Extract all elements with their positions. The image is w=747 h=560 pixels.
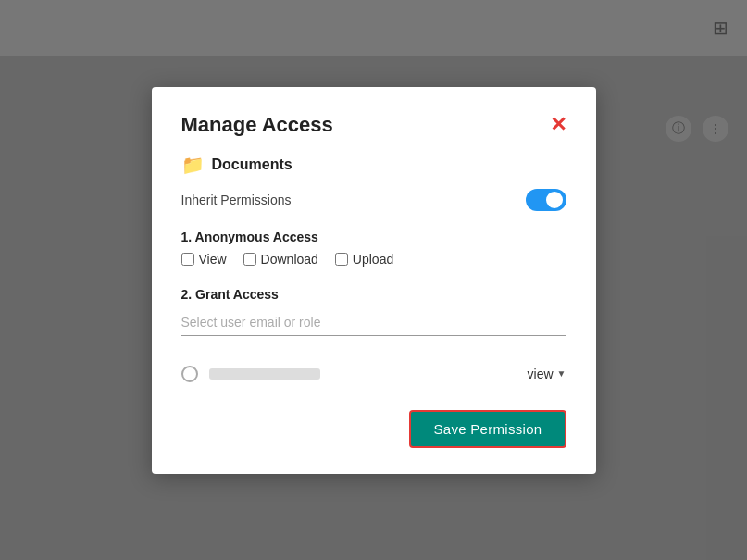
- manage-access-modal: Manage Access ✕ 📁 Documents Inherit Perm…: [152, 87, 596, 474]
- modal-header: Manage Access ✕: [181, 113, 566, 137]
- modal-title: Manage Access: [181, 113, 333, 137]
- folder-name: Documents: [212, 156, 293, 173]
- inherit-permissions-label: Inherit Permissions: [181, 193, 292, 207]
- folder-row: 📁 Documents: [181, 154, 566, 176]
- email-or-role-input[interactable]: [181, 309, 566, 336]
- permission-dropdown[interactable]: view ▼: [528, 367, 566, 381]
- inherit-toggle[interactable]: [526, 189, 566, 211]
- view-label: View: [199, 252, 227, 267]
- download-checkbox-item[interactable]: Download: [243, 252, 318, 267]
- close-button[interactable]: ✕: [550, 115, 566, 135]
- view-checkbox-item[interactable]: View: [181, 252, 227, 267]
- download-checkbox[interactable]: [243, 253, 256, 266]
- upload-checkbox[interactable]: [335, 253, 348, 266]
- modal-overlay: Manage Access ✕ 📁 Documents Inherit Perm…: [0, 0, 747, 560]
- user-name-placeholder: [209, 368, 320, 380]
- user-radio[interactable]: [181, 366, 198, 382]
- download-label: Download: [261, 252, 318, 267]
- view-checkbox[interactable]: [181, 253, 194, 266]
- anonymous-access-section: 1. Anonymous Access View Download Upload: [181, 230, 566, 267]
- chevron-down-icon: ▼: [557, 368, 566, 379]
- permission-value: view: [528, 367, 554, 381]
- grant-access-header: 2. Grant Access: [181, 287, 566, 302]
- upload-label: Upload: [353, 252, 393, 267]
- folder-icon: 📁: [181, 154, 205, 176]
- user-row-left: [181, 366, 320, 382]
- user-row: view ▼: [181, 366, 566, 382]
- save-permission-button[interactable]: Save Permission: [409, 410, 566, 448]
- save-btn-wrapper: Save Permission: [181, 410, 566, 448]
- anonymous-access-options: View Download Upload: [181, 252, 566, 267]
- toggle-slider: [526, 189, 566, 211]
- inherit-permissions-row: Inherit Permissions: [181, 189, 566, 211]
- grant-access-section: 2. Grant Access: [181, 287, 566, 351]
- anonymous-access-header: 1. Anonymous Access: [181, 230, 566, 244]
- upload-checkbox-item[interactable]: Upload: [335, 252, 393, 267]
